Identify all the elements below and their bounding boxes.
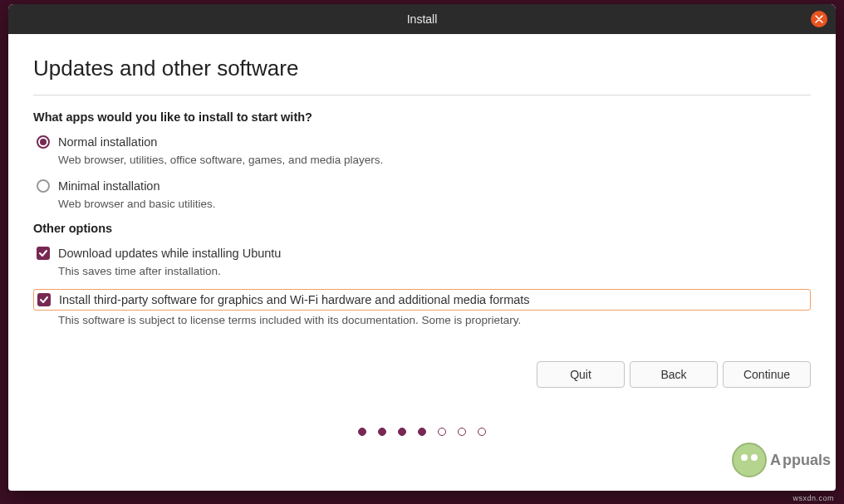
radio-normal-install[interactable]: Normal installation (33, 134, 811, 150)
third-party-desc: This software is subject to license term… (58, 314, 811, 326)
close-icon (815, 12, 823, 26)
radio-label: Minimal installation (58, 179, 160, 193)
back-button[interactable]: Back (630, 361, 718, 388)
normal-install-desc: Web browser, utilities, office software,… (58, 154, 811, 166)
wizard-buttons: Quit Back Continue (33, 361, 811, 388)
divider (33, 95, 811, 95)
titlebar: Install (8, 4, 836, 34)
pager-dot (418, 428, 426, 436)
content-area: Updates and other software What apps wou… (8, 34, 836, 491)
continue-button[interactable]: Continue (723, 361, 811, 388)
window-title: Install (407, 12, 438, 26)
radio-icon (37, 179, 50, 193)
pager-dot (398, 428, 406, 436)
page-heading: Updates and other software (33, 56, 811, 81)
installer-window: Install Updates and other software What … (8, 4, 836, 491)
radio-minimal-install[interactable]: Minimal installation (33, 178, 811, 194)
credit-text: wsxdn.com (792, 494, 834, 502)
close-button[interactable] (811, 11, 827, 27)
radio-label: Normal installation (58, 135, 157, 149)
checkbox-label: Install third-party software for graphic… (59, 293, 530, 306)
minimal-install-desc: Web browser and basic utilities. (58, 198, 811, 210)
apps-question: What apps would you like to install to s… (33, 110, 811, 124)
checkbox-third-party[interactable]: Install third-party software for graphic… (33, 289, 811, 311)
checkbox-icon (37, 247, 50, 260)
quit-button[interactable]: Quit (537, 361, 625, 388)
pager-dot (378, 428, 386, 436)
step-pager (33, 428, 811, 436)
checkbox-icon (37, 293, 51, 306)
radio-icon (37, 135, 50, 149)
other-options-heading: Other options (33, 222, 811, 235)
pager-dot (438, 428, 446, 436)
download-updates-desc: This saves time after installation. (58, 265, 811, 277)
checkbox-label: Download updates while installing Ubuntu (58, 247, 281, 260)
pager-dot (458, 428, 466, 436)
pager-dot (358, 428, 366, 436)
checkbox-download-updates[interactable]: Download updates while installing Ubuntu (33, 245, 811, 262)
pager-dot (478, 428, 486, 436)
